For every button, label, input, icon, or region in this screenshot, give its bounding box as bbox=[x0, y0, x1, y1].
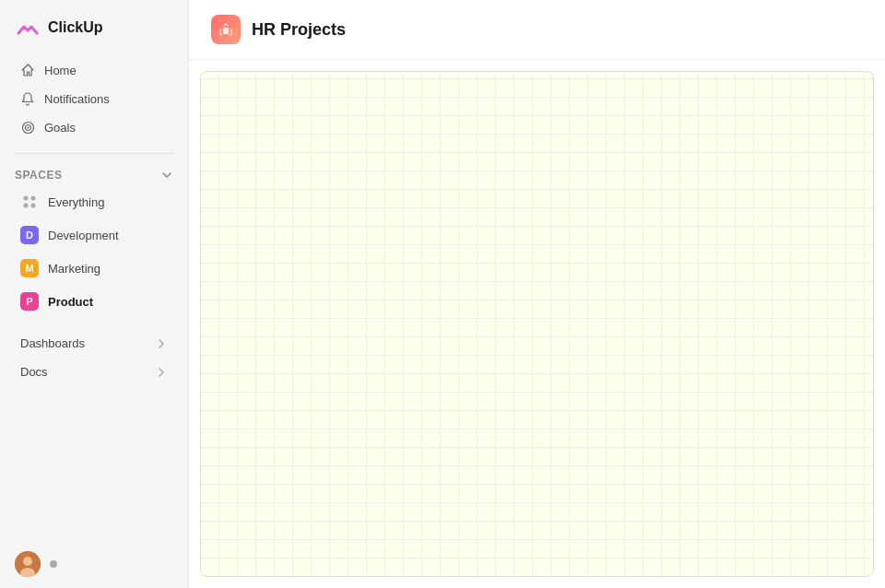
logo-text: ClickUp bbox=[48, 19, 103, 36]
nav-item-goals[interactable]: Goals bbox=[6, 113, 183, 141]
dashboards-left: Dashboards bbox=[20, 336, 85, 350]
dashboards-item[interactable]: Dashboards bbox=[6, 330, 183, 357]
svg-rect-10 bbox=[223, 28, 229, 34]
product-label: Product bbox=[48, 295, 93, 309]
development-label: Development bbox=[48, 229, 119, 242]
development-badge: D bbox=[20, 226, 39, 244]
notifications-label: Notifications bbox=[44, 92, 110, 106]
spaces-section-label: Spaces bbox=[15, 169, 62, 182]
dashboards-label: Dashboards bbox=[20, 336, 85, 350]
avatar bbox=[15, 551, 41, 577]
space-item-marketing[interactable]: M Marketing bbox=[6, 253, 183, 284]
hr-projects-icon bbox=[211, 15, 241, 44]
docs-label: Docs bbox=[20, 365, 48, 379]
docs-left: Docs bbox=[20, 365, 48, 379]
goals-icon bbox=[20, 120, 35, 135]
home-label: Home bbox=[44, 64, 77, 77]
main-header: HR Projects bbox=[189, 0, 885, 60]
svg-point-2 bbox=[27, 126, 29, 128]
space-item-everything[interactable]: Everything bbox=[6, 186, 183, 218]
page-title: HR Projects bbox=[252, 20, 346, 40]
dashboards-chevron-icon bbox=[155, 337, 168, 350]
logo-area[interactable]: ClickUp bbox=[0, 0, 188, 52]
space-item-product[interactable]: P Product bbox=[6, 286, 183, 317]
home-icon bbox=[20, 63, 35, 77]
svg-point-5 bbox=[24, 204, 29, 208]
svg-point-8 bbox=[23, 557, 32, 566]
spaces-header[interactable]: Spaces bbox=[0, 161, 188, 185]
goals-label: Goals bbox=[44, 121, 76, 135]
marketing-badge: M bbox=[20, 259, 39, 277]
product-badge: P bbox=[20, 292, 39, 311]
svg-point-3 bbox=[24, 196, 29, 201]
sidebar: ClickUp Home Notifications bbox=[0, 0, 189, 588]
sidebar-bottom[interactable] bbox=[0, 540, 188, 588]
status-indicator bbox=[50, 560, 57, 568]
everything-icon bbox=[20, 193, 39, 211]
svg-point-6 bbox=[31, 204, 36, 208]
docs-item[interactable]: Docs bbox=[6, 359, 183, 385]
marketing-label: Marketing bbox=[48, 262, 100, 276]
nav-divider bbox=[15, 153, 173, 154]
clickup-logo-icon bbox=[15, 15, 41, 41]
nav-section: Home Notifications Goals bbox=[0, 52, 188, 146]
bell-icon bbox=[20, 91, 35, 106]
docs-chevron-icon bbox=[155, 366, 168, 379]
main-content: HR Projects bbox=[189, 0, 885, 588]
nav-item-home[interactable]: Home bbox=[6, 56, 183, 84]
nav-item-notifications[interactable]: Notifications bbox=[6, 85, 183, 112]
svg-point-4 bbox=[31, 196, 36, 201]
everything-label: Everything bbox=[48, 195, 104, 209]
content-area bbox=[200, 71, 874, 577]
spaces-chevron-icon bbox=[160, 169, 173, 182]
space-item-development[interactable]: D Development bbox=[6, 219, 183, 251]
